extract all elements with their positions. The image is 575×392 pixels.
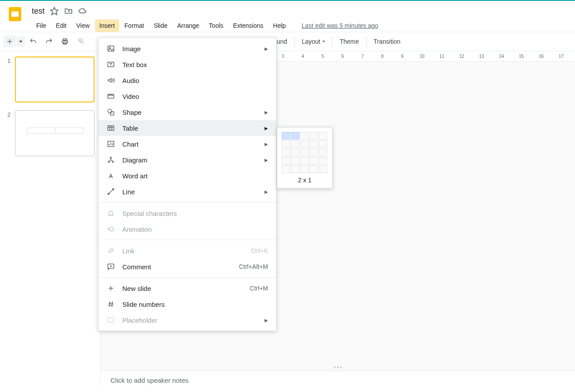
notes-drag-handle-icon[interactable] — [329, 366, 347, 369]
placeholder-icon — [106, 316, 115, 324]
insert-image[interactable]: Image ▶ — [98, 41, 276, 57]
doc-title[interactable]: test — [32, 7, 45, 16]
insert-placeholder: Placeholder ▶ — [98, 312, 276, 328]
menu-shortcut: Ctrl+K — [251, 247, 268, 254]
ruler-tick: 17 — [559, 54, 564, 59]
insert-video[interactable]: Video — [98, 88, 276, 104]
picker-cell[interactable] — [300, 140, 309, 148]
undo-button[interactable] — [26, 35, 41, 48]
menu-edit[interactable]: Edit — [52, 19, 71, 32]
insert-chart[interactable]: Chart ▶ — [98, 136, 276, 152]
picker-cell[interactable] — [319, 149, 327, 156]
menu-separator — [98, 240, 276, 240]
menu-arrange[interactable]: Arrange — [173, 19, 204, 32]
picker-cell[interactable] — [300, 149, 309, 156]
cloud-status-icon[interactable] — [78, 7, 87, 15]
svg-rect-1 — [11, 11, 19, 17]
insert-slide-numbers[interactable]: Slide numbers — [98, 296, 276, 312]
picker-cell[interactable] — [319, 166, 327, 173]
menu-format[interactable]: Format — [120, 19, 148, 32]
submenu-arrow-icon: ▶ — [262, 158, 268, 162]
menu-extensions[interactable]: Extensions — [229, 19, 268, 32]
insert-textbox[interactable]: Text box — [98, 57, 276, 72]
line-icon — [106, 187, 115, 196]
menu-label: Image — [122, 45, 255, 53]
shape-icon — [106, 108, 115, 117]
menu-slide[interactable]: Slide — [149, 19, 172, 32]
slide-thumbnail[interactable] — [15, 57, 95, 102]
menubar: File Edit View Insert Format Slide Arran… — [32, 19, 568, 32]
picker-cell[interactable] — [282, 149, 290, 156]
insert-wordart[interactable]: Word art — [98, 168, 276, 184]
last-edit-link[interactable]: Last edit was 5 minutes ago — [297, 19, 383, 32]
paint-format-button[interactable] — [73, 35, 88, 48]
insert-line[interactable]: Line ▶ — [98, 184, 276, 200]
print-button[interactable] — [57, 35, 72, 48]
picker-cell[interactable] — [319, 132, 327, 139]
insert-new-slide[interactable]: New slide Ctrl+M — [98, 280, 276, 296]
insert-diagram[interactable]: Diagram ▶ — [98, 152, 276, 168]
menu-label: Word art — [122, 172, 268, 180]
svg-point-12 — [108, 161, 110, 162]
picker-cell[interactable] — [319, 140, 327, 148]
picker-cell[interactable] — [282, 140, 290, 148]
picker-cell[interactable] — [291, 157, 299, 165]
svg-point-16 — [110, 227, 113, 231]
picker-cell[interactable] — [300, 157, 309, 165]
picker-cell[interactable] — [291, 149, 299, 156]
new-slide-button[interactable] — [4, 36, 16, 47]
menu-label: Table — [122, 124, 255, 132]
slides-logo-icon[interactable] — [7, 6, 23, 22]
insert-comment[interactable]: Comment Ctrl+Alt+M — [98, 259, 276, 275]
menu-label: Shape — [122, 109, 255, 116]
ruler-tick: 14 — [499, 54, 504, 59]
menu-shortcut: Ctrl+M — [250, 285, 268, 292]
speaker-notes[interactable]: Click to add speaker notes — [101, 371, 575, 392]
thumbnail-table-preview — [27, 128, 83, 134]
slide-thumb-1[interactable]: 1 — [4, 57, 96, 102]
new-slide-dropdown[interactable] — [17, 37, 25, 47]
picker-cell[interactable] — [310, 157, 318, 165]
diagram-icon — [106, 155, 115, 164]
menu-help[interactable]: Help — [269, 19, 290, 32]
svg-marker-2 — [51, 8, 58, 15]
picker-cell[interactable] — [282, 132, 290, 139]
menu-label: Slide numbers — [122, 301, 268, 308]
picker-cell[interactable] — [310, 166, 318, 173]
star-icon[interactable] — [50, 7, 59, 15]
picker-cell[interactable] — [282, 166, 290, 173]
ruler-tick: 15 — [519, 54, 524, 59]
menu-label: Special characters — [122, 210, 268, 217]
transition-button[interactable]: Transition — [369, 35, 405, 48]
picker-cell[interactable] — [319, 157, 327, 165]
menu-tools[interactable]: Tools — [204, 19, 228, 32]
picker-cell[interactable] — [291, 132, 299, 139]
picker-cell[interactable] — [291, 140, 299, 148]
picker-cell[interactable] — [300, 132, 309, 139]
menu-view[interactable]: View — [72, 19, 94, 32]
menu-file[interactable]: File — [32, 19, 51, 32]
picker-cell[interactable] — [300, 166, 309, 173]
slide-thumb-2[interactable]: 2 — [4, 110, 96, 156]
picker-cell[interactable] — [310, 132, 318, 139]
menu-label: Video — [122, 93, 268, 100]
redo-button[interactable] — [42, 35, 57, 48]
picker-grid[interactable] — [282, 132, 328, 173]
submenu-arrow-icon: ▶ — [262, 189, 268, 194]
menu-insert[interactable]: Insert — [95, 19, 119, 32]
insert-table[interactable]: Table ▶ — [98, 120, 276, 136]
insert-audio[interactable]: Audio — [98, 72, 276, 88]
menu-label: Placeholder — [122, 317, 255, 324]
insert-shape[interactable]: Shape ▶ — [98, 104, 276, 120]
toolbar-separator — [294, 36, 295, 47]
layout-button[interactable]: Layout — [297, 35, 329, 48]
picker-cell[interactable] — [282, 157, 290, 165]
picker-cell[interactable] — [310, 149, 318, 156]
picker-cell[interactable] — [310, 140, 318, 148]
slide-thumbnail[interactable] — [15, 110, 95, 156]
slide-panel: 1 2 — [0, 51, 101, 387]
move-folder-icon[interactable] — [64, 7, 73, 15]
picker-cell[interactable] — [291, 166, 299, 173]
table-icon — [106, 124, 115, 132]
theme-button[interactable]: Theme — [335, 35, 363, 48]
